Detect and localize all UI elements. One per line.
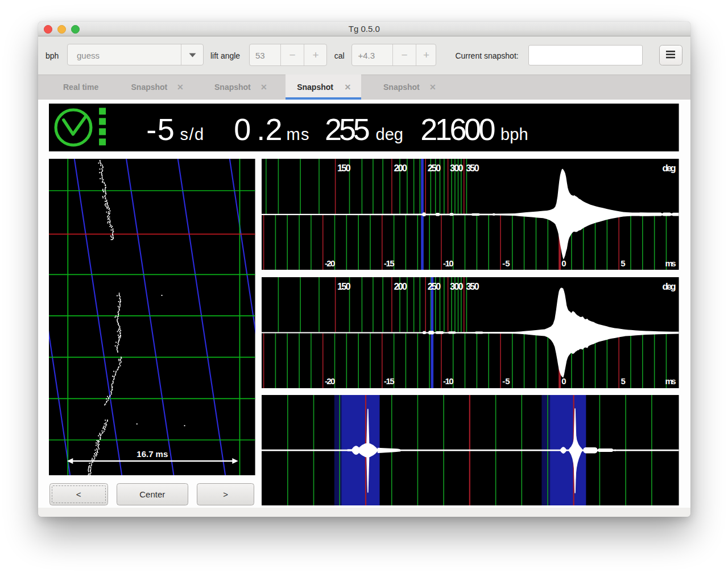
svg-text:ms: ms [287, 125, 309, 143]
svg-text:ms: ms [665, 258, 676, 268]
svg-text:150: 150 [337, 163, 350, 173]
svg-text:0: 0 [561, 258, 566, 268]
svg-text:350: 350 [466, 281, 479, 291]
svg-text:-10: -10 [443, 258, 453, 268]
svg-text:-15: -15 [384, 258, 394, 268]
svg-text:-5: -5 [502, 258, 510, 268]
svg-text:2: 2 [266, 112, 283, 146]
svg-text:200: 200 [394, 281, 407, 291]
svg-text:16.7 ms: 16.7 ms [136, 449, 168, 459]
svg-text:200: 200 [394, 163, 407, 173]
svg-text:s/d: s/d [180, 125, 204, 143]
svg-text:-15: -15 [384, 376, 394, 386]
svg-text:-10: -10 [443, 376, 453, 386]
svg-text:bph: bph [500, 125, 528, 143]
svg-text:0: 0 [561, 376, 566, 386]
svg-text:300: 300 [450, 281, 463, 291]
svg-text:-5: -5 [502, 376, 510, 386]
svg-text:deg: deg [663, 281, 676, 291]
svg-text:5: 5 [621, 258, 626, 268]
svg-text:.: . [257, 112, 265, 146]
svg-text:deg: deg [376, 125, 403, 143]
svg-text:21600: 21600 [420, 112, 495, 146]
svg-text:250: 250 [428, 281, 441, 291]
svg-text:ms: ms [665, 376, 676, 386]
svg-text:0: 0 [234, 112, 251, 146]
svg-text:5: 5 [621, 376, 626, 386]
svg-text:-20: -20 [325, 258, 335, 268]
svg-text:deg: deg [663, 163, 676, 173]
svg-text:-20: -20 [325, 376, 335, 386]
svg-text:150: 150 [337, 281, 350, 291]
svg-text:250: 250 [428, 163, 441, 173]
svg-text:-5: -5 [146, 112, 175, 146]
svg-text:300: 300 [450, 163, 463, 173]
svg-text:350: 350 [466, 163, 479, 173]
svg-text:255: 255 [325, 112, 370, 146]
